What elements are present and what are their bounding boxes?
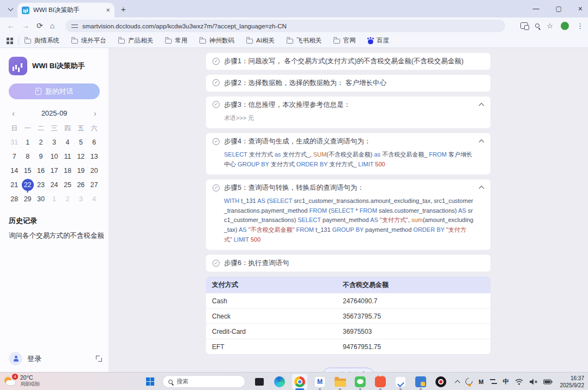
sync-tray-icon[interactable]	[464, 376, 474, 386]
edge-icon[interactable]	[272, 374, 287, 389]
calendar-prev-icon[interactable]: ‹	[10, 109, 17, 118]
address-bar[interactable]: smartvision.dcclouds.com/app/kcdw3u3wxz7…	[65, 20, 505, 32]
history-item[interactable]: 询问各个交易方式的不含税金额	[9, 231, 105, 241]
bookmark-item[interactable]: AI相关	[246, 37, 275, 45]
calendar-day[interactable]: 11	[61, 150, 74, 163]
new-tab-button[interactable]: +	[121, 4, 126, 14]
calendar-grid: 日一二三四五六311234567891011121314151617181920…	[8, 122, 101, 205]
new-chat-button[interactable]: 新的对话	[9, 83, 100, 99]
sidebar-collapse-icon[interactable]	[96, 356, 102, 362]
calendar-day[interactable]: 31	[8, 136, 21, 148]
calendar-day[interactable]: 20	[88, 164, 101, 177]
calendar-day[interactable]: 7	[8, 150, 21, 163]
volume-muted-icon[interactable]	[529, 379, 537, 385]
m-tray-icon[interactable]: M	[478, 379, 483, 385]
calendar-day[interactable]: 2	[61, 193, 74, 205]
site-settings-icon[interactable]	[71, 23, 78, 29]
taskbar-weather-widget[interactable]: 4 20°C 局部晴朗	[4, 374, 40, 387]
calendar-day[interactable]: 3	[74, 193, 87, 205]
calendar-day[interactable]: 14	[8, 164, 21, 177]
bookmark-star-icon[interactable]: ☆	[547, 22, 553, 30]
calendar-day[interactable]: 21	[8, 178, 21, 191]
calendar-next-icon[interactable]: ›	[92, 109, 99, 118]
calendar-day[interactable]: 9	[34, 150, 47, 163]
search-icon[interactable]	[535, 23, 539, 28]
blue-check-app-icon[interactable]	[393, 374, 408, 389]
window-close-button[interactable]: ×	[578, 4, 583, 13]
apps-grid-icon[interactable]	[7, 38, 13, 44]
calendar-day[interactable]: 25	[61, 178, 74, 191]
wps-icon[interactable]	[413, 374, 428, 389]
calendar-day[interactable]: 4	[88, 193, 101, 205]
tray-expand-icon[interactable]	[455, 380, 460, 385]
chrome-icon[interactable]	[292, 374, 307, 389]
window-minimize-button[interactable]: —	[532, 5, 539, 13]
calendar-day[interactable]: 30	[34, 193, 47, 205]
calendar-day[interactable]: 26	[74, 178, 87, 191]
reload-icon[interactable]: ⟳	[37, 21, 43, 30]
recorder-app-icon[interactable]	[433, 374, 448, 389]
sidebar: WWI BI决策助手 新的对话 ‹ 2025-09 › 日一二三四五六31123…	[0, 48, 109, 372]
bookmark-item[interactable]: 百度	[368, 37, 389, 45]
calendar-day[interactable]: 1	[21, 136, 34, 148]
m-app-icon[interactable]: M	[312, 374, 328, 389]
bookmark-item[interactable]: 境外平台	[71, 37, 106, 45]
translate-icon[interactable]	[520, 22, 528, 29]
browser-menu-icon[interactable]: ⋮	[577, 22, 584, 30]
bookmarks-list: 舆情系统境外平台产品相关常用神州数码AI相关飞书相关官网百度	[25, 37, 401, 45]
bookmark-item[interactable]: 舆情系统	[25, 37, 59, 45]
bookmark-item[interactable]: 官网	[334, 37, 356, 45]
calendar-day[interactable]: 2	[34, 136, 47, 148]
calendar-day[interactable]: 17	[47, 164, 60, 177]
tab-close-icon[interactable]: ×	[106, 7, 110, 14]
collapse-chevron-icon[interactable]	[479, 103, 484, 108]
tab-search-dropdown-icon[interactable]	[5, 4, 15, 14]
battery-icon[interactable]	[543, 379, 553, 385]
wechat-icon[interactable]	[353, 374, 368, 389]
bookmark-item[interactable]: 常用	[165, 37, 187, 45]
calendar-day[interactable]: 18	[61, 164, 74, 177]
collapse-chevron-icon[interactable]	[479, 140, 484, 145]
calendar-day[interactable]: 19	[74, 164, 87, 177]
calendar-day[interactable]: 6	[88, 136, 101, 148]
profile-avatar[interactable]	[560, 21, 569, 31]
bookmark-item[interactable]: 产品相关	[118, 37, 153, 45]
calendar-day[interactable]: 24	[47, 178, 60, 191]
wifi-icon[interactable]	[515, 379, 523, 385]
cat-app-icon[interactable]	[373, 374, 388, 389]
taskbar-search[interactable]: 搜索	[162, 375, 245, 388]
calendar-day[interactable]: 1	[47, 193, 60, 205]
calendar-day[interactable]: 28	[8, 193, 21, 205]
calendar-day[interactable]: 5	[74, 136, 87, 148]
step-label: 步骤3：信息推理，本次推理参考信息是：	[224, 100, 350, 110]
forward-icon[interactable]: →	[22, 21, 29, 30]
file-explorer-icon[interactable]	[332, 374, 348, 389]
task-view-button[interactable]	[252, 374, 267, 389]
calendar-day[interactable]: 12	[74, 150, 87, 163]
bookmark-label: 常用	[175, 37, 187, 45]
calendar-day[interactable]: 10	[47, 150, 60, 163]
collapse-chevron-icon[interactable]	[479, 186, 484, 191]
bookmark-item[interactable]: 飞书相关	[287, 37, 322, 45]
browser-tab[interactable]: WWI BI决策助手 ×	[17, 3, 114, 17]
calendar-day[interactable]: 13	[88, 150, 101, 163]
home-icon[interactable]: ⌂	[50, 21, 54, 30]
calendar-day[interactable]: 29	[21, 193, 34, 205]
back-icon[interactable]: ←	[7, 21, 15, 30]
calendar-month-label[interactable]: 2025-09	[41, 109, 68, 117]
calendar-day[interactable]: 23	[34, 178, 47, 191]
calendar-day[interactable]: 16	[34, 164, 47, 177]
bookmark-item[interactable]: 神州数码	[199, 37, 234, 45]
login-button[interactable]: 登录	[9, 352, 41, 365]
calendar-day[interactable]: 8	[21, 150, 34, 163]
window-maximize-button[interactable]: ▢	[555, 5, 561, 13]
network-activity-icon[interactable]	[490, 379, 497, 385]
start-button[interactable]	[146, 377, 154, 386]
calendar-day[interactable]: 3	[47, 136, 60, 148]
calendar-day-selected[interactable]: 22	[21, 178, 34, 191]
taskbar-clock[interactable]: 16:37 2025/9/22	[560, 375, 585, 389]
input-method-indicator[interactable]: 中	[503, 377, 509, 386]
calendar-day[interactable]: 15	[21, 164, 34, 177]
calendar-day[interactable]: 27	[88, 178, 101, 191]
calendar-day[interactable]: 4	[61, 136, 74, 148]
